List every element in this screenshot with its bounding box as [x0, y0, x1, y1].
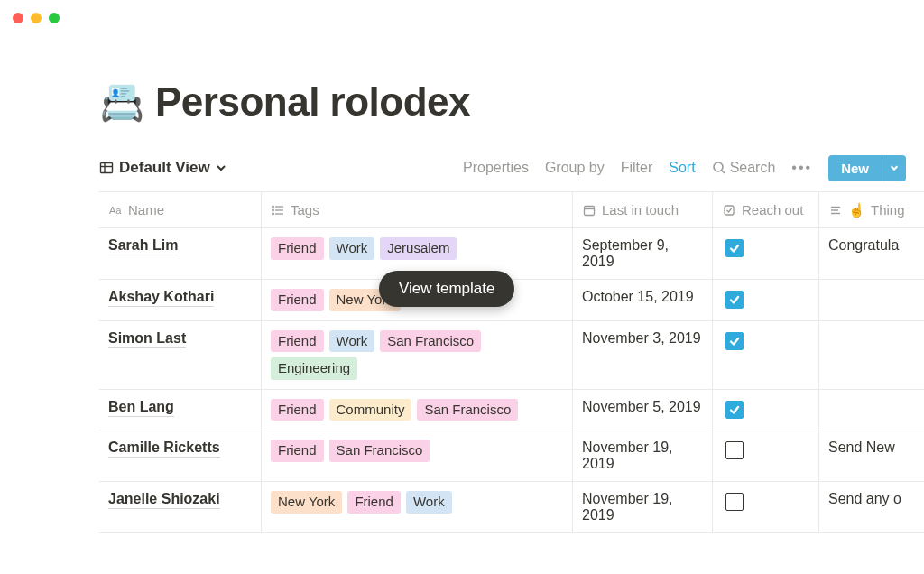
- checkbox[interactable]: [725, 401, 744, 419]
- cell-reach-out[interactable]: [713, 321, 819, 389]
- cell-reach-out[interactable]: [713, 280, 819, 320]
- checkbox[interactable]: [725, 441, 744, 459]
- checkbox[interactable]: [725, 291, 744, 309]
- cell-name[interactable]: Ben Lang: [99, 390, 262, 430]
- search-button[interactable]: Search: [712, 160, 776, 176]
- column-header-name[interactable]: Aa Name: [99, 192, 262, 227]
- cell-last-in-touch[interactable]: November 5, 2019: [573, 390, 713, 430]
- svg-point-3: [714, 162, 723, 171]
- cell-last-in-touch[interactable]: November 3, 2019: [573, 321, 713, 389]
- view-selector-label: Default View: [119, 159, 210, 177]
- view-selector[interactable]: Default View: [99, 159, 226, 177]
- cell-name[interactable]: Janelle Shiozaki: [99, 482, 262, 532]
- cell-name[interactable]: Sarah Lim: [99, 228, 262, 279]
- tag: Work: [406, 491, 452, 514]
- cell-name[interactable]: Camille Ricketts: [99, 430, 262, 481]
- date-property-icon: [582, 203, 596, 218]
- checkbox[interactable]: [725, 493, 744, 511]
- checkbox[interactable]: [725, 239, 744, 257]
- database-table: Aa Name Tags: [99, 191, 924, 533]
- column-header-tags[interactable]: Tags: [262, 192, 573, 227]
- cell-last-in-touch[interactable]: October 15, 2019: [573, 280, 713, 320]
- svg-point-9: [273, 209, 274, 211]
- text-property-icon: [828, 203, 843, 218]
- cell-things[interactable]: [819, 321, 924, 389]
- new-dropdown-button[interactable]: [882, 155, 906, 181]
- row-name: Janelle Shiozaki: [108, 491, 220, 509]
- tag: New York: [271, 491, 342, 514]
- cell-reach-out[interactable]: [713, 390, 819, 430]
- tag: Friend: [271, 237, 324, 260]
- row-name: Simon Last: [108, 330, 186, 348]
- row-name: Ben Lang: [108, 399, 174, 417]
- groupby-button[interactable]: Group by: [545, 160, 605, 176]
- cell-things[interactable]: Congratula: [819, 228, 924, 279]
- cell-things[interactable]: [819, 390, 924, 430]
- filter-button[interactable]: Filter: [621, 160, 653, 176]
- row-name: Camille Ricketts: [108, 440, 220, 458]
- tag: Friend: [271, 330, 324, 353]
- cell-things[interactable]: [819, 280, 924, 320]
- properties-button[interactable]: Properties: [463, 160, 529, 176]
- search-label: Search: [730, 160, 776, 176]
- new-button-label: New: [841, 161, 869, 176]
- window-minimize-button[interactable]: [31, 13, 42, 23]
- sort-button[interactable]: Sort: [669, 160, 695, 176]
- multiselect-property-icon: [271, 203, 285, 218]
- column-header-last[interactable]: Last in touch: [573, 192, 713, 227]
- tag: Work: [329, 237, 375, 260]
- cell-last-in-touch[interactable]: November 19, 2019: [573, 482, 713, 532]
- table-row[interactable]: Simon LastFriendWorkSan FranciscoEnginee…: [99, 321, 924, 390]
- title-property-icon: Aa: [108, 203, 123, 218]
- tag: San Francisco: [417, 399, 518, 421]
- cell-tags[interactable]: FriendCommunitySan Francisco: [262, 390, 573, 430]
- cell-last-in-touch[interactable]: November 19, 2019: [573, 430, 713, 481]
- checkbox-property-icon: [722, 203, 736, 218]
- window-maximize-button[interactable]: [49, 13, 60, 23]
- window-controls: [0, 0, 924, 36]
- column-header-label: Last in touch: [602, 202, 679, 218]
- cell-reach-out[interactable]: [713, 228, 819, 279]
- tag: San Francisco: [380, 330, 481, 353]
- column-header-label: Thing: [871, 202, 905, 218]
- svg-rect-0: [101, 163, 113, 173]
- svg-rect-14: [725, 206, 734, 215]
- cell-name[interactable]: Simon Last: [99, 321, 262, 389]
- window-close-button[interactable]: [13, 13, 23, 23]
- column-header-reach[interactable]: Reach out: [713, 192, 819, 227]
- cell-last-in-touch[interactable]: September 9, 2019: [573, 228, 713, 279]
- column-header-label: Tags: [291, 202, 319, 218]
- page-icon[interactable]: 📇: [99, 84, 144, 120]
- svg-point-11: [273, 213, 274, 215]
- search-icon: [712, 161, 726, 175]
- table-row[interactable]: Camille RickettsFriendSan FranciscoNovem…: [99, 430, 924, 482]
- cell-reach-out[interactable]: [713, 482, 819, 532]
- cell-things[interactable]: Send any o: [819, 482, 924, 532]
- table-row[interactable]: Janelle ShiozakiNew YorkFriendWorkNovemb…: [99, 482, 924, 533]
- tag: Engineering: [271, 357, 357, 380]
- view-template-tooltip[interactable]: View template: [379, 271, 514, 307]
- chevron-down-icon: [216, 162, 226, 173]
- table-row[interactable]: Sarah LimFriendWorkJerusalemSeptember 9,…: [99, 228, 924, 280]
- column-header-label: Name: [128, 202, 164, 218]
- svg-point-7: [273, 206, 274, 208]
- row-name: Sarah Lim: [108, 237, 178, 255]
- tag: Friend: [271, 440, 324, 462]
- tag: Jerusalem: [380, 237, 457, 260]
- cell-tags[interactable]: New YorkFriendWork: [262, 482, 573, 532]
- more-button[interactable]: •••: [791, 160, 812, 176]
- chevron-down-icon: [890, 163, 899, 172]
- new-button[interactable]: New: [828, 155, 882, 181]
- cell-tags[interactable]: FriendSan Francisco: [262, 430, 573, 481]
- emoji-icon: ☝️: [848, 202, 865, 218]
- column-header-things[interactable]: ☝️ Thing: [819, 192, 924, 227]
- page-title[interactable]: Personal rolodex: [155, 79, 470, 125]
- checkbox[interactable]: [725, 332, 744, 350]
- table-row[interactable]: Ben LangFriendCommunitySan FranciscoNove…: [99, 390, 924, 431]
- cell-name[interactable]: Akshay Kothari: [99, 280, 262, 320]
- tag: Work: [329, 330, 375, 353]
- tag: Friend: [271, 289, 324, 311]
- cell-reach-out[interactable]: [713, 430, 819, 481]
- cell-tags[interactable]: FriendWorkSan FranciscoEngineering: [262, 321, 573, 389]
- cell-things[interactable]: Send New: [819, 430, 924, 481]
